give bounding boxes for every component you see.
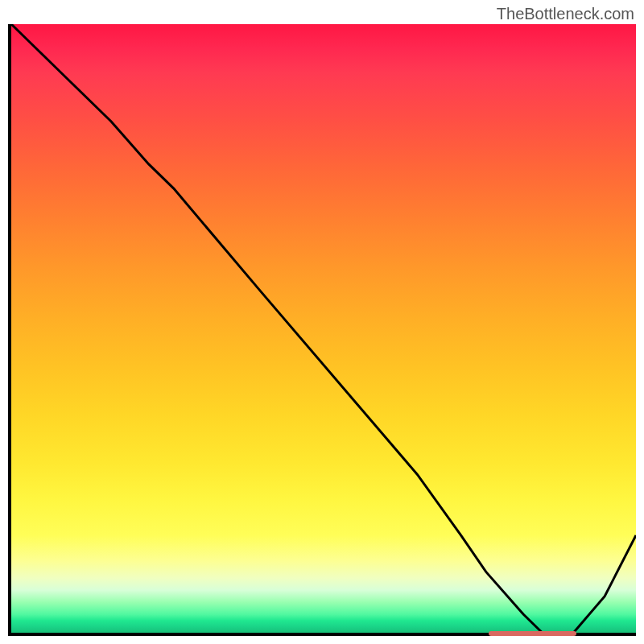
chart-container: [8, 24, 636, 636]
bottleneck-curve: [11, 24, 636, 633]
minimum-zone-marker: [489, 631, 576, 636]
watermark-text: TheBottleneck.com: [497, 5, 634, 23]
